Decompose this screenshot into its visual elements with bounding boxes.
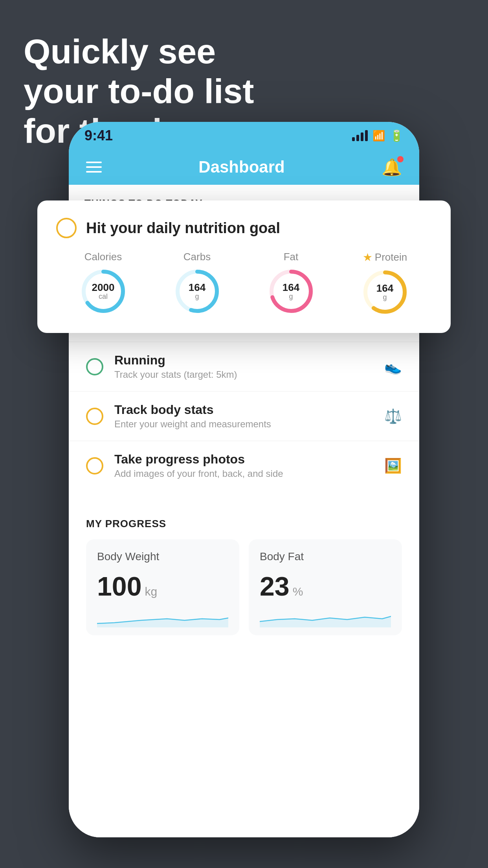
todo-checkbox-running[interactable]: [86, 358, 103, 375]
todo-item-body-stats[interactable]: Track body stats Enter your weight and m…: [69, 391, 419, 441]
fat-label: Fat: [284, 251, 299, 263]
body-weight-value: 100: [97, 571, 141, 601]
hamburger-menu-button[interactable]: [86, 162, 102, 173]
calories-label: Calories: [84, 251, 122, 263]
body-fat-chart: [260, 608, 391, 627]
todo-title-photos: Take progress photos: [114, 452, 373, 467]
status-bar: 9:41 📶 🔋: [69, 122, 419, 149]
nutrition-item-protein: ★ Protein 164 g: [361, 251, 409, 316]
nutrition-grid: Calories 2000 cal Carbs: [56, 251, 432, 316]
carbs-ring-text: 164 g: [189, 282, 205, 301]
todo-text-body-stats: Track body stats Enter your weight and m…: [114, 403, 373, 430]
protein-value: 164: [376, 283, 393, 293]
carbs-value: 164: [189, 282, 205, 292]
progress-cards: Body Weight 100 kg Body Fat: [86, 539, 402, 635]
calories-ring: 2000 cal: [80, 268, 127, 315]
status-time: 9:41: [84, 127, 113, 144]
signal-bar-2: [356, 135, 359, 141]
body-fat-value-row: 23 %: [260, 571, 391, 601]
headline-line2: your to-do list: [24, 72, 254, 110]
calories-ring-text: 2000 cal: [92, 282, 115, 301]
todo-subtitle-photos: Add images of your front, back, and side: [114, 468, 373, 479]
hamburger-line: [86, 166, 102, 168]
fat-ring-text: 164 g: [283, 282, 299, 301]
todo-checkbox-photos[interactable]: [86, 457, 103, 474]
wifi-icon: 📶: [372, 130, 385, 142]
todo-item-running[interactable]: Running Track your stats (target: 5km) 👟: [69, 342, 419, 391]
carbs-ring: 164 g: [174, 268, 221, 315]
body-fat-unit: %: [293, 585, 303, 598]
notification-bell-button[interactable]: 🔔: [382, 158, 402, 177]
carbs-unit: g: [195, 292, 199, 301]
protein-ring-text: 164 g: [376, 283, 393, 302]
body-weight-chart-svg: [97, 608, 228, 627]
scale-icon: ⚖️: [384, 408, 402, 425]
protein-label-text: Protein: [375, 251, 407, 263]
signal-bar-4: [365, 130, 368, 141]
todo-text-photos: Take progress photos Add images of your …: [114, 452, 373, 479]
status-icons: 📶 🔋: [352, 129, 404, 142]
body-weight-chart: [97, 608, 228, 627]
body-weight-unit: kg: [145, 585, 157, 598]
nutrition-card[interactable]: Hit your daily nutrition goal Calories 2…: [37, 200, 451, 333]
running-shoe-icon: 👟: [384, 359, 402, 375]
todo-subtitle-body-stats: Enter your weight and measurements: [114, 419, 373, 430]
body-fat-card[interactable]: Body Fat 23 %: [249, 539, 402, 635]
fat-value: 164: [283, 282, 299, 292]
fat-unit: g: [289, 292, 293, 301]
battery-icon: 🔋: [390, 129, 404, 142]
todo-subtitle-running: Track your stats (target: 5km): [114, 369, 373, 380]
hamburger-line: [86, 162, 102, 163]
nutrition-item-calories: Calories 2000 cal: [80, 251, 127, 315]
progress-section: MY PROGRESS Body Weight 100 kg: [69, 502, 419, 651]
fat-ring: 164 g: [268, 268, 315, 315]
todo-item-photos[interactable]: Take progress photos Add images of your …: [69, 441, 419, 490]
protein-unit: g: [383, 293, 387, 302]
hamburger-line: [86, 171, 102, 173]
svg-marker-1: [260, 616, 391, 627]
headline-line1: Quickly see: [24, 32, 216, 71]
body-weight-card[interactable]: Body Weight 100 kg: [86, 539, 239, 635]
nav-title: Dashboard: [198, 158, 284, 177]
nav-bar: Dashboard 🔔: [69, 149, 419, 185]
nutrition-card-title-row: Hit your daily nutrition goal: [56, 218, 432, 238]
star-icon: ★: [363, 251, 372, 264]
notification-dot: [397, 156, 404, 162]
nutrition-item-fat: Fat 164 g: [268, 251, 315, 315]
nutrition-card-title: Hit your daily nutrition goal: [86, 220, 280, 237]
signal-bar-3: [361, 132, 363, 141]
person-photo-icon: 🖼️: [384, 458, 402, 474]
protein-ring: 164 g: [361, 268, 409, 316]
progress-header: MY PROGRESS: [86, 518, 402, 530]
todo-title-running: Running: [114, 353, 373, 368]
signal-bar-1: [352, 137, 355, 141]
body-weight-value-row: 100 kg: [97, 571, 228, 601]
nutrition-checkbox[interactable]: [56, 218, 77, 238]
body-fat-title: Body Fat: [260, 550, 391, 563]
calories-unit: cal: [99, 292, 108, 301]
signal-bars-icon: [352, 130, 368, 141]
todo-checkbox-body-stats[interactable]: [86, 408, 103, 425]
body-fat-value: 23: [260, 571, 290, 601]
nutrition-item-carbs: Carbs 164 g: [174, 251, 221, 315]
carbs-label: Carbs: [183, 251, 211, 263]
body-weight-title: Body Weight: [97, 550, 228, 563]
todo-title-body-stats: Track body stats: [114, 403, 373, 417]
todo-text-running: Running Track your stats (target: 5km): [114, 353, 373, 380]
body-fat-chart-svg: [260, 608, 391, 627]
calories-value: 2000: [92, 282, 115, 292]
protein-label: ★ Protein: [363, 251, 407, 264]
svg-marker-0: [97, 618, 228, 627]
